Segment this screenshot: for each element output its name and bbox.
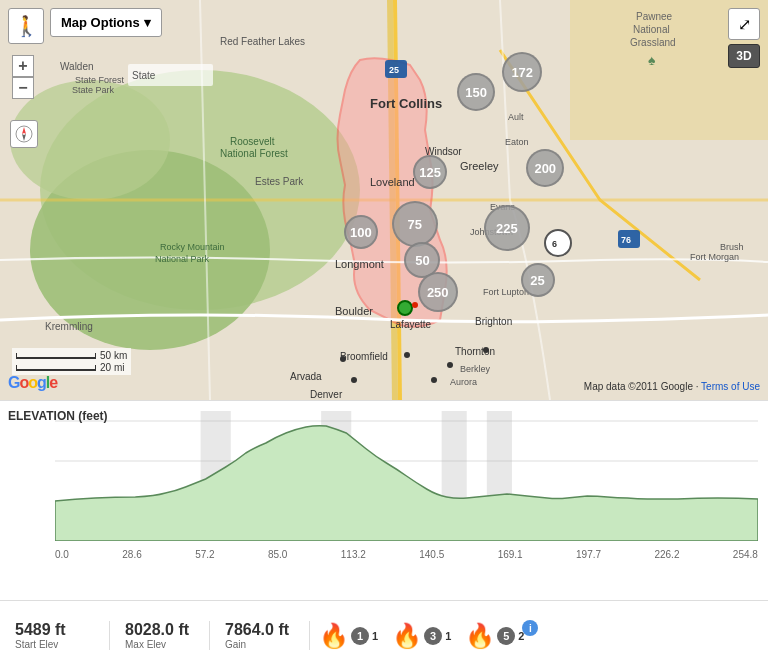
x-label-5: 140.5 (419, 549, 444, 560)
svg-text:Rocky Mountain: Rocky Mountain (160, 242, 225, 252)
svg-text:Broomfield: Broomfield (340, 351, 388, 362)
svg-point-55 (447, 362, 453, 368)
svg-text:Loveland: Loveland (370, 176, 415, 188)
stats-bar: 5489 ft Start Elev 8028.0 ft Max Elev 78… (0, 600, 768, 670)
svg-text:25: 25 (389, 65, 399, 75)
zoom-in-button[interactable]: + (12, 55, 34, 77)
x-label-1: 28.6 (122, 549, 141, 560)
svg-text:Greeley: Greeley (460, 160, 499, 172)
map-attribution: Map data ©2011 Google · Terms of Use (584, 381, 760, 392)
x-label-6: 169.1 (498, 549, 523, 560)
cluster-marker-200[interactable]: 200 (526, 149, 564, 187)
svg-text:State: State (132, 70, 156, 81)
svg-text:State Park: State Park (72, 85, 115, 95)
cluster-marker-75[interactable]: 75 (392, 201, 438, 247)
map-3d-button[interactable]: 3D (728, 44, 760, 68)
svg-point-54 (431, 377, 437, 383)
svg-text:Pawnee: Pawnee (636, 11, 673, 22)
fullscreen-button[interactable]: ⤢ (728, 8, 760, 40)
svg-text:Grassland: Grassland (630, 37, 676, 48)
svg-point-52 (483, 347, 489, 353)
x-axis-labels: 0.0 28.6 57.2 85.0 113.2 140.5 169.1 197… (55, 547, 758, 562)
svg-text:Brush: Brush (720, 242, 744, 252)
svg-text:Longmont: Longmont (335, 258, 384, 270)
x-label-3: 85.0 (268, 549, 287, 560)
cluster-marker-172[interactable]: 172 (502, 52, 542, 92)
fire-icon-1: 🔥 (320, 620, 348, 652)
activity-count-2: 3 (424, 627, 442, 645)
svg-text:Lafayette: Lafayette (390, 319, 432, 330)
svg-text:Aurora: Aurora (450, 377, 477, 387)
svg-text:6: 6 (552, 239, 557, 249)
svg-text:Berkley: Berkley (460, 364, 491, 374)
svg-text:State Forest: State Forest (75, 75, 125, 85)
svg-text:♠: ♠ (648, 52, 656, 68)
svg-text:Estes Park: Estes Park (255, 176, 304, 187)
x-label-4: 113.2 (341, 549, 366, 560)
start-elev-value: 5489 ft (15, 621, 66, 639)
terms-of-use-link[interactable]: Terms of Use (701, 381, 760, 392)
x-label-7: 197.7 (576, 549, 601, 560)
x-label-9: 254.8 (733, 549, 758, 560)
map-options-button[interactable]: Map Options ▾ (50, 8, 162, 37)
zoom-out-button[interactable]: − (12, 77, 34, 99)
google-logo: Google (8, 374, 57, 392)
svg-text:Red Feather Lakes: Red Feather Lakes (220, 36, 305, 47)
scale-km-label: 50 km (100, 350, 127, 361)
svg-text:76: 76 (621, 235, 631, 245)
svg-text:Thornton: Thornton (455, 346, 495, 357)
activity-icons-group: 🔥 1 1 🔥 3 1 🔥 5 2 i (310, 620, 548, 652)
compass-icon (15, 125, 33, 143)
svg-text:Walden: Walden (60, 61, 94, 72)
x-label-2: 57.2 (195, 549, 214, 560)
fire-icon-3: 🔥 (466, 620, 494, 652)
start-elev-label: Start Elev (15, 639, 58, 650)
gain-value: 7864.0 ft (225, 621, 289, 639)
cluster-marker-250[interactable]: 250 (418, 272, 458, 312)
svg-text:Eaton: Eaton (505, 137, 529, 147)
svg-point-51 (404, 352, 410, 358)
max-elev-label: Max Elev (125, 639, 166, 650)
svg-text:National Forest: National Forest (220, 148, 288, 159)
max-elev-value: 8028.0 ft (125, 621, 189, 639)
cluster-marker-125[interactable]: 125 (413, 155, 447, 189)
pegman-button[interactable]: 🚶 (8, 8, 44, 44)
activity-group-2: 🔥 3 1 (393, 620, 451, 652)
activity-label-2: 1 (445, 630, 451, 642)
svg-text:Arvada: Arvada (290, 371, 322, 382)
svg-text:Boulder: Boulder (335, 305, 373, 317)
scale-bar: 50 km 20 mi (12, 348, 131, 375)
elevation-title: ELEVATION (feet) (8, 409, 108, 423)
activity-group-3: 🔥 5 2 i (466, 620, 538, 652)
svg-point-48 (398, 301, 412, 315)
svg-text:National Park: National Park (155, 254, 210, 264)
elevation-chart: 8,500 6,500 4,500 (55, 411, 758, 541)
elevation-container: ELEVATION (feet) 8,500 6,500 4,500 0.0 2… (0, 400, 768, 600)
start-elevation-stat: 5489 ft Start Elev (10, 621, 110, 650)
fullscreen-icon: ⤢ (738, 15, 751, 34)
svg-text:Fort Morgan: Fort Morgan (690, 252, 739, 262)
dropdown-arrow-icon: ▾ (144, 15, 151, 30)
svg-point-49 (412, 302, 418, 308)
svg-text:Kremmling: Kremmling (45, 321, 93, 332)
activity-count-1: 1 (351, 627, 369, 645)
map-terrain: Fort Collins Loveland Longmont Boulder L… (0, 0, 768, 400)
fire-icon-2: 🔥 (393, 620, 421, 652)
activity-count-3: 5 (497, 627, 515, 645)
x-label-8: 226.2 (654, 549, 679, 560)
svg-text:Ault: Ault (508, 112, 524, 122)
cluster-marker-25[interactable]: 25 (521, 263, 555, 297)
svg-text:Denver: Denver (310, 389, 343, 400)
activity-group-1: 🔥 1 1 (320, 620, 378, 652)
compass-button[interactable] (10, 120, 38, 148)
cluster-marker-225[interactable]: 225 (484, 205, 530, 251)
svg-text:Roosevelt: Roosevelt (230, 136, 275, 147)
svg-text:Fort Collins: Fort Collins (370, 96, 442, 111)
info-icon[interactable]: i (522, 620, 538, 636)
cluster-marker-100[interactable]: 100 (344, 215, 378, 249)
svg-text:Brighton: Brighton (475, 316, 512, 327)
cluster-marker-150[interactable]: 150 (457, 73, 495, 111)
scale-mi-label: 20 mi (100, 362, 124, 373)
map-type-controls: ⤢ 3D (728, 8, 760, 68)
svg-point-50 (340, 356, 346, 362)
